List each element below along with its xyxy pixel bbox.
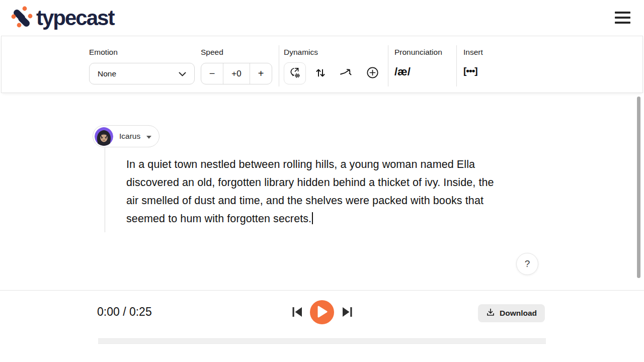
paragraph-guide-line bbox=[105, 148, 105, 232]
emotion-select[interactable]: None bbox=[89, 63, 195, 84]
prosody-transfer-button[interactable] bbox=[284, 62, 306, 84]
insert-pause-button[interactable]: [•••] bbox=[463, 65, 477, 76]
download-icon bbox=[486, 308, 495, 319]
add-dynamics-button[interactable] bbox=[363, 64, 382, 82]
prosody-transfer-icon bbox=[288, 66, 302, 81]
vertical-scrollbar[interactable] bbox=[637, 97, 640, 278]
top-header: typecast bbox=[0, 0, 644, 35]
insert-label: Insert bbox=[463, 48, 483, 57]
speed-value: +0 bbox=[223, 63, 250, 84]
script-line: In a quiet town nestled between rolling … bbox=[126, 155, 559, 173]
chevron-down-icon bbox=[179, 69, 186, 78]
help-button[interactable]: ? bbox=[516, 253, 538, 275]
skip-previous-icon bbox=[290, 313, 304, 320]
download-label: Download bbox=[500, 309, 537, 318]
voice-toolbar: Emotion None Speed − +0 + Dynamics bbox=[1, 36, 643, 93]
speed-label: Speed bbox=[201, 48, 223, 57]
pronunciation-label: Pronunciation bbox=[394, 48, 442, 57]
plus-circle-icon bbox=[365, 65, 380, 81]
voice-name: Icarus bbox=[119, 132, 140, 141]
script-line: discovered an old, forgotten library hid… bbox=[126, 173, 559, 192]
download-button[interactable]: Download bbox=[478, 304, 545, 322]
menu-hamburger-icon[interactable] bbox=[615, 10, 631, 25]
intonation-button[interactable] bbox=[337, 64, 356, 82]
speed-increase-button[interactable]: + bbox=[250, 63, 272, 84]
text-cursor bbox=[312, 212, 313, 224]
audio-player-bar: 0:00 / 0:25 bbox=[0, 290, 644, 362]
play-button[interactable] bbox=[310, 300, 334, 324]
arrows-up-down-icon bbox=[314, 66, 327, 81]
typecast-logo[interactable]: typecast bbox=[10, 5, 114, 32]
toolbar-divider bbox=[456, 45, 457, 86]
emotion-label: Emotion bbox=[89, 48, 118, 57]
toolbar-divider bbox=[388, 45, 388, 86]
brand-wordmark: typecast bbox=[36, 5, 114, 31]
dynamics-label: Dynamics bbox=[284, 48, 318, 57]
voice-avatar bbox=[95, 127, 113, 146]
app-window: typecast Emotion None Speed − +0 + Dynam… bbox=[0, 0, 644, 362]
toolbar-divider bbox=[279, 45, 279, 86]
voice-selector-chip[interactable]: Icarus bbox=[93, 125, 159, 147]
previous-button[interactable] bbox=[290, 305, 304, 319]
script-text-editor[interactable]: In a quiet town nestled between rolling … bbox=[126, 155, 559, 228]
play-icon bbox=[316, 306, 328, 319]
transport-controls bbox=[290, 300, 354, 325]
pitch-up-down-button[interactable] bbox=[311, 64, 330, 82]
pronunciation-button[interactable]: /æ/ bbox=[394, 65, 411, 78]
rising-arrow-icon bbox=[339, 66, 354, 81]
speed-decrease-button[interactable]: − bbox=[201, 63, 223, 84]
script-line: air smelled of dust and time, and the sh… bbox=[126, 192, 559, 210]
typecast-logo-icon bbox=[10, 5, 33, 32]
caret-down-icon bbox=[146, 132, 151, 141]
audio-progress-track[interactable] bbox=[98, 338, 546, 344]
speed-stepper: − +0 + bbox=[201, 63, 272, 84]
script-line: seemed to hum with forgotten secrets. bbox=[126, 210, 559, 228]
next-button[interactable] bbox=[340, 305, 354, 319]
skip-next-icon bbox=[341, 313, 354, 320]
playback-time: 0:00 / 0:25 bbox=[97, 305, 152, 319]
emotion-selected-value: None bbox=[98, 69, 116, 78]
